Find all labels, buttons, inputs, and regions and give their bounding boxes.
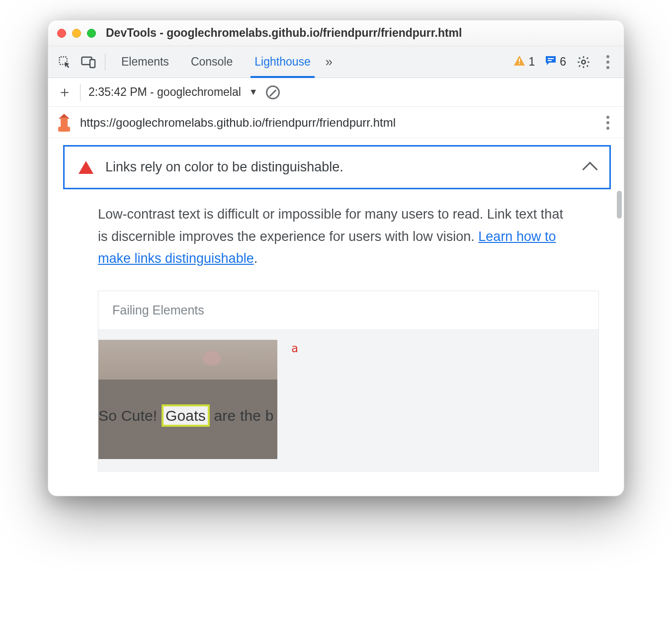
clear-report-icon[interactable] bbox=[266, 85, 280, 99]
snippet-after: are the b bbox=[210, 407, 274, 424]
tab-lighthouse[interactable]: Lighthouse bbox=[252, 46, 313, 78]
maximize-window-button[interactable] bbox=[87, 29, 96, 38]
failing-elements-header: Failing Elements bbox=[98, 291, 598, 330]
window-title: DevTools - googlechromelabs.github.io/fr… bbox=[106, 26, 462, 40]
lighthouse-icon bbox=[57, 114, 71, 132]
more-tabs-button[interactable]: » bbox=[322, 55, 336, 70]
messages-badge[interactable]: 6 bbox=[545, 55, 566, 69]
report-url: https://googlechromelabs.github.io/frien… bbox=[80, 116, 592, 130]
device-toolbar-icon[interactable] bbox=[81, 55, 96, 70]
close-window-button[interactable] bbox=[57, 29, 66, 38]
devtools-window: DevTools - googlechromelabs.github.io/fr… bbox=[48, 20, 624, 496]
settings-icon[interactable] bbox=[576, 55, 591, 70]
new-report-button[interactable]: ＋ bbox=[57, 82, 72, 102]
more-options-icon[interactable] bbox=[601, 55, 615, 69]
devtools-toolbar: Elements Console Lighthouse » 1 6 bbox=[48, 46, 624, 78]
title-bar: DevTools - googlechromelabs.github.io/fr… bbox=[48, 20, 624, 46]
window-controls bbox=[57, 29, 96, 38]
toolbar-divider bbox=[105, 54, 105, 71]
warnings-badge[interactable]: 1 bbox=[513, 55, 535, 69]
messages-count: 6 bbox=[560, 55, 566, 69]
fail-triangle-icon bbox=[79, 161, 93, 174]
element-screenshot-thumbnail[interactable]: So Cute! Goats are the b bbox=[98, 340, 277, 459]
scrollbar-thumb[interactable] bbox=[617, 191, 622, 219]
warning-icon bbox=[513, 55, 525, 69]
panel-tabs: Elements Console Lighthouse bbox=[119, 46, 313, 78]
failing-elements-body: So Cute! Goats are the b a bbox=[98, 330, 598, 471]
audit-description: Low-contrast text is difficult or imposs… bbox=[63, 189, 585, 277]
snippet-highlight: Goats bbox=[162, 404, 210, 427]
warnings-count: 1 bbox=[528, 55, 535, 69]
dropdown-icon[interactable]: ▼ bbox=[249, 87, 258, 97]
report-selector-label[interactable]: 2:35:42 PM - googlechromelal bbox=[88, 85, 241, 99]
collapse-chevron-icon[interactable] bbox=[582, 161, 597, 177]
report-url-row: https://googlechromelabs.github.io/frien… bbox=[48, 107, 624, 138]
minimize-window-button[interactable] bbox=[72, 29, 81, 38]
svg-rect-5 bbox=[548, 58, 554, 59]
svg-rect-2 bbox=[90, 60, 95, 68]
row-divider bbox=[80, 84, 81, 101]
report-menu-icon[interactable] bbox=[601, 116, 615, 130]
failing-elements-section: Failing Elements So Cute! Goats are the … bbox=[98, 291, 599, 471]
audit-header-card[interactable]: Links rely on color to be distinguishabl… bbox=[63, 145, 611, 189]
audit-title: Links rely on color to be distinguishabl… bbox=[105, 159, 573, 175]
inspect-element-icon[interactable] bbox=[57, 55, 72, 70]
tab-elements[interactable]: Elements bbox=[119, 46, 171, 78]
report-selector-row: ＋ 2:35:42 PM - googlechromelal ▼ bbox=[48, 78, 624, 107]
svg-rect-6 bbox=[548, 60, 552, 61]
tab-console[interactable]: Console bbox=[189, 46, 235, 78]
snippet-before: So Cute! bbox=[98, 407, 162, 424]
message-icon bbox=[545, 55, 557, 69]
element-tag-name[interactable]: a bbox=[291, 340, 298, 355]
report-content: Links rely on color to be distinguishabl… bbox=[48, 138, 624, 496]
audit-description-end: . bbox=[254, 251, 258, 266]
svg-point-7 bbox=[582, 60, 585, 64]
svg-rect-3 bbox=[519, 59, 520, 62]
svg-rect-4 bbox=[519, 63, 520, 64]
